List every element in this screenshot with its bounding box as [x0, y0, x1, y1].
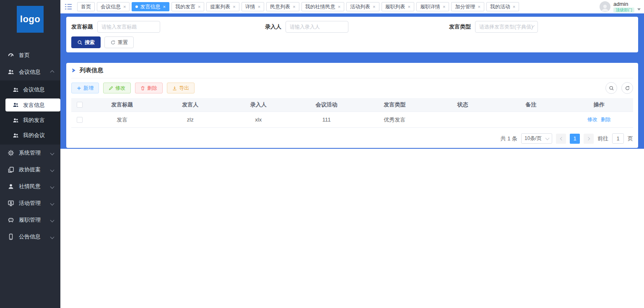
sidebar-item-label: 我的发言: [23, 116, 45, 124]
close-icon[interactable]: ×: [443, 4, 445, 9]
caret-down-icon[interactable]: [637, 8, 641, 10]
close-icon[interactable]: ×: [293, 4, 295, 9]
sidebar-collapse-icon[interactable]: [65, 4, 72, 10]
tab-speech-info[interactable]: 发言信息 ×: [132, 2, 169, 11]
tab-my-public-opinion[interactable]: 我的社情民意 ×: [301, 2, 344, 11]
page-size-value: 10条/页: [525, 135, 542, 142]
chevron-left-icon: [560, 137, 563, 140]
close-icon[interactable]: ×: [123, 4, 126, 9]
sidebar-item-label: 活动管理: [19, 199, 41, 207]
export-button[interactable]: 导出: [167, 83, 195, 93]
cell-speech-title: 发言: [88, 116, 156, 124]
sidebar-item-public-opinion[interactable]: 社情民意: [0, 178, 60, 195]
goto-label: 前往: [597, 135, 608, 142]
edit-button[interactable]: 修改: [103, 83, 131, 93]
tab-detail[interactable]: 详情 ×: [242, 2, 264, 11]
field-speech-type: 发言类型 请选择发言类型(字典值): [449, 21, 538, 33]
toolbar: 新增 修改 删除 导出: [71, 82, 633, 94]
chat-icon: [8, 217, 14, 223]
tab-bar: 首页 会议信息 × 发言信息 × 我的发言 × 提案列表 × 详情 × 民意列表…: [77, 2, 519, 11]
recorder-input[interactable]: [286, 21, 348, 33]
people-icon: [13, 117, 19, 124]
list-panel: 列表信息 新增 修改 删除 导出: [66, 63, 638, 148]
chevron-down-icon: [50, 218, 55, 223]
close-icon[interactable]: ×: [198, 4, 200, 9]
sidebar-item-label: 社情民意: [19, 183, 41, 190]
close-icon[interactable]: ×: [258, 4, 260, 9]
field-label: 录入人: [265, 23, 281, 31]
refresh-button[interactable]: [621, 82, 633, 94]
speech-title-input[interactable]: [97, 21, 160, 33]
button-label: 重置: [118, 39, 128, 46]
column-header: 发言类型: [361, 101, 429, 109]
column-header: 发言人: [156, 101, 225, 109]
sidebar-item-duty[interactable]: 履职管理: [0, 212, 60, 228]
field-label: 发言标题: [71, 23, 93, 31]
close-icon[interactable]: ×: [478, 4, 480, 9]
tab-label: 首页: [81, 3, 91, 10]
prev-page-button[interactable]: [556, 134, 566, 144]
close-icon[interactable]: ×: [408, 4, 410, 9]
tab-bonus-management[interactable]: 加分管理 ×: [451, 2, 484, 11]
delete-button[interactable]: 删除: [135, 83, 163, 93]
table-header-row: 发言标题 发言人 录入人 会议活动 发言类型 状态 备注 操作: [71, 98, 633, 111]
sidebar-item-system[interactable]: 系统管理: [0, 145, 60, 161]
button-label: 删除: [147, 85, 157, 92]
sidebar-item-home[interactable]: 首页: [0, 47, 60, 64]
show-search-button[interactable]: [605, 82, 617, 94]
tab-my-activity[interactable]: 我的活动 ×: [486, 2, 519, 11]
close-icon[interactable]: ×: [373, 4, 375, 9]
username: admin: [613, 1, 628, 7]
user-menu[interactable]: admin 顶级部门: [600, 0, 641, 13]
logo-text: logo: [20, 14, 40, 25]
sidebar-item-my-meeting[interactable]: 我的会议: [0, 128, 60, 143]
tab-label: 我的活动: [490, 3, 510, 10]
sidebar-item-label: 我的会议: [23, 132, 45, 139]
tab-my-speech[interactable]: 我的发言 ×: [171, 2, 204, 11]
chevron-down-icon: [50, 202, 55, 206]
page-number-1[interactable]: 1: [570, 134, 580, 144]
avatar: [600, 1, 610, 12]
tab-opinion-list[interactable]: 民意列表 ×: [266, 2, 299, 11]
sidebar-item-my-speech[interactable]: 我的发言: [0, 113, 60, 128]
page-unit-label: 页: [628, 135, 633, 142]
sidebar-item-announcement[interactable]: 公告信息: [0, 228, 60, 245]
next-page-button[interactable]: [584, 134, 594, 144]
column-header: 操作: [565, 101, 634, 109]
select-all-checkbox[interactable]: [77, 102, 83, 108]
row-edit-link[interactable]: 修改: [587, 116, 597, 123]
sidebar-item-meeting-info-sub[interactable]: 会议信息: [0, 82, 60, 97]
row-checkbox[interactable]: [77, 117, 83, 123]
sidebar-item-proposal[interactable]: 政协提案: [0, 161, 60, 178]
tab-label: 发言信息: [140, 3, 160, 10]
sidebar-item-activity[interactable]: 活动管理: [0, 195, 60, 212]
reset-button[interactable]: 重置: [104, 36, 134, 48]
tab-meeting-info[interactable]: 会议信息 ×: [97, 2, 130, 11]
tab-proposal-list[interactable]: 提案列表 ×: [206, 2, 239, 11]
gear-icon: [8, 150, 14, 156]
tab-duty-detail[interactable]: 履职详情 ×: [416, 2, 449, 11]
sidebar-item-label: 履职管理: [19, 216, 41, 224]
sidebar-item-meeting-info[interactable]: 会议信息: [0, 64, 60, 80]
close-icon[interactable]: ×: [513, 4, 515, 9]
close-icon[interactable]: ×: [338, 4, 340, 9]
search-button[interactable]: 搜索: [71, 36, 101, 48]
page-size-select[interactable]: 10条/页: [521, 133, 552, 144]
row-delete-link[interactable]: 删除: [601, 116, 611, 123]
tab-label: 详情: [245, 3, 255, 10]
copy-document-icon: [8, 166, 14, 173]
tab-home[interactable]: 首页: [77, 2, 95, 11]
tab-activity-list[interactable]: 活动列表 ×: [346, 2, 379, 11]
speech-type-select[interactable]: 请选择发言类型(字典值): [475, 21, 538, 33]
close-icon[interactable]: ×: [233, 4, 235, 9]
tab-duty-list[interactable]: 履职列表 ×: [382, 2, 414, 11]
add-button[interactable]: 新增: [71, 83, 99, 93]
search-panel: 发言标题 录入人 发言类型 请选择发言类型(字典值) 搜索: [66, 17, 638, 52]
chevron-down-icon: [50, 168, 55, 172]
department-badge: 顶级部门: [613, 8, 634, 13]
tab-label: 履职列表: [385, 3, 405, 10]
column-header: 会议活动: [293, 101, 361, 109]
goto-page-input[interactable]: [612, 133, 624, 144]
close-icon[interactable]: ×: [163, 4, 165, 9]
sidebar-item-speech-info[interactable]: 发言信息: [5, 98, 60, 111]
